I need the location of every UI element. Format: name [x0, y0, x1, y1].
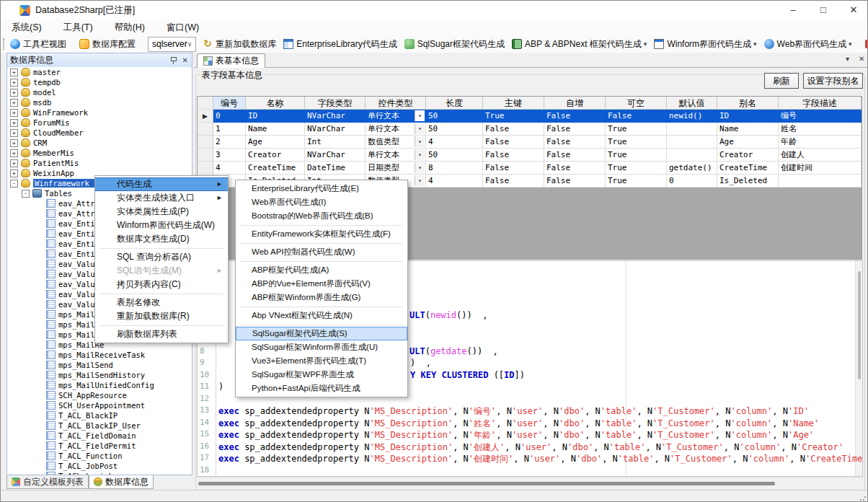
grid-cell[interactable]: [667, 149, 717, 162]
tree-table-item[interactable]: SCH_UserAppointment: [8, 400, 191, 410]
grid-cell[interactable]: 8: [426, 162, 483, 175]
context-menu-item[interactable]: 代码生成►: [95, 177, 228, 191]
grid-cell[interactable]: 创建时间: [779, 162, 862, 175]
grid-cell[interactable]: newid(): [667, 110, 717, 123]
editor-vertical-scrollbar[interactable]: [855, 261, 862, 476]
context-menu-item[interactable]: 实体类属性生成(P): [95, 205, 228, 219]
dropdown-arrow-icon[interactable]: ▾: [415, 123, 425, 134]
grid-cell[interactable]: False: [483, 162, 544, 175]
grid-cell[interactable]: 编号: [779, 110, 862, 123]
grid-cell[interactable]: False: [483, 123, 544, 136]
submenu-item[interactable]: Vue3+Element界面代码生成(T): [236, 354, 407, 368]
scrollbar-thumb[interactable]: [198, 482, 775, 485]
dropdown-arrow-icon[interactable]: ▾: [415, 136, 425, 147]
grid-cell[interactable]: 0: [213, 110, 246, 123]
submenu-item[interactable]: SqlSugar框架Winform界面生成(U): [236, 340, 407, 354]
expand-icon[interactable]: +: [10, 159, 18, 167]
scrollbar-thumb[interactable]: [858, 271, 861, 379]
grid-cell[interactable]: True: [606, 123, 667, 136]
grid-row-indicator[interactable]: ▶: [198, 110, 213, 123]
chevron-down-icon[interactable]: ▾: [846, 55, 849, 63]
grid-cell[interactable]: NVarChar: [305, 123, 366, 136]
grid-cell[interactable]: 4: [213, 162, 246, 175]
grid-cell[interactable]: [779, 175, 862, 188]
editor-horizontal-scrollbar[interactable]: [197, 477, 863, 489]
submenu-item[interactable]: Python+FastApi后端代码生成: [236, 382, 407, 395]
grid-cell[interactable]: Creator: [246, 149, 305, 162]
grid-column-header[interactable]: 主键: [483, 97, 544, 110]
grid-cell[interactable]: False: [544, 136, 606, 149]
grid-cell[interactable]: False: [544, 162, 606, 175]
grid-cell[interactable]: 50: [426, 149, 483, 162]
grid-cell[interactable]: True: [606, 136, 667, 149]
expand-icon[interactable]: +: [10, 69, 18, 76]
context-menu-item[interactable]: 表别名修改: [95, 296, 228, 309]
grid-cell[interactable]: 单行文本▾: [366, 110, 426, 123]
submenu-item[interactable]: ABP框架Winform界面生成(G): [236, 291, 407, 304]
panel-tab[interactable]: 自定义模板列表: [6, 475, 89, 489]
context-menu-item[interactable]: 数据库文档生成(D): [95, 232, 228, 246]
panel-tab[interactable]: 数据库信息: [89, 475, 154, 489]
menubar-item[interactable]: 工具(T): [53, 19, 104, 35]
grid-cell[interactable]: Name: [246, 123, 305, 136]
tree-table-item[interactable]: T_ACL_Function: [8, 451, 191, 461]
grid-cell[interactable]: False: [544, 149, 606, 162]
tree-table-item[interactable]: mps_MailUnifiedConfig: [8, 380, 191, 390]
grid-cell[interactable]: 单行文本▾: [366, 149, 426, 162]
grid-cell[interactable]: NVarChar: [305, 110, 366, 123]
submenu-item[interactable]: Bootstrap的Web界面代码生成(B): [236, 209, 407, 223]
submenu-item[interactable]: Abp VNext框架代码生成(N): [236, 309, 407, 322]
grid-cell[interactable]: 4: [426, 175, 483, 188]
tree-db-item[interactable]: +CloudMember: [8, 128, 191, 138]
context-menu-item[interactable]: 实体类生成快速入口►: [95, 191, 228, 205]
context-menu-item[interactable]: 拷贝列表内容(C): [95, 278, 228, 291]
submenu-item[interactable]: ABP框架代码生成(A): [236, 263, 407, 277]
grid-cell[interactable]: 创建人: [779, 149, 862, 162]
grid-cell[interactable]: Age: [246, 136, 305, 149]
toolbar-button[interactable]: EnterpriseLibrary代码生成: [280, 36, 400, 52]
tab-table-basic-info[interactable]: 表基本信息: [197, 53, 265, 68]
resize-grip[interactable]: [859, 494, 867, 501]
toolbar-button[interactable]: 重新加载数据库: [199, 36, 280, 52]
grid-column-header[interactable]: 可空: [606, 97, 667, 110]
submenu-item[interactable]: ABP的Vue+Element界面代码(V): [236, 277, 407, 291]
tree-table-item[interactable]: mps_MailSend: [8, 360, 191, 370]
grid-cell[interactable]: 日期类型▾: [366, 162, 426, 175]
grid-cell[interactable]: 2: [213, 136, 246, 149]
context-menu-item[interactable]: SQL语句生成(M)►: [95, 264, 228, 278]
grid-cell[interactable]: 3: [213, 149, 246, 162]
grid-cell[interactable]: Is_Deleted: [717, 175, 779, 188]
grid-cell[interactable]: DateTime: [305, 162, 366, 175]
expand-icon[interactable]: +: [10, 89, 18, 97]
grid-cell[interactable]: 50: [426, 123, 483, 136]
tree-db-item[interactable]: +PatientMis: [8, 158, 191, 168]
expand-icon[interactable]: +: [10, 109, 18, 117]
dropdown-arrow-icon[interactable]: ▾: [415, 162, 425, 173]
toolbar-button[interactable]: 退出: [862, 36, 868, 52]
expand-icon[interactable]: +: [10, 139, 18, 147]
grid-cell[interactable]: CreateTime: [717, 162, 779, 175]
submenu-item[interactable]: EntityFramework实体框架代码生成(F): [236, 227, 407, 241]
grid-cell[interactable]: 年龄: [779, 136, 862, 149]
grid-cell[interactable]: 4: [426, 136, 483, 149]
toolbar-button[interactable]: ABP & ABPNext 框架代码生成▾: [508, 36, 650, 52]
grid-column-header[interactable]: 自增: [544, 97, 606, 110]
expand-icon[interactable]: +: [10, 149, 18, 157]
grid-column-header[interactable]: 字段描述: [779, 97, 862, 110]
toolbar-button[interactable]: SqlSugar框架代码生成: [401, 36, 508, 52]
menubar-item[interactable]: 帮助(H): [104, 19, 156, 35]
grid-cell[interactable]: False: [544, 123, 606, 136]
grid-column-header[interactable]: 字段类型: [305, 97, 366, 110]
tree-table-item[interactable]: T_ACL_JobPost: [8, 461, 191, 471]
submenu-item[interactable]: SqlSugar框架WPF界面生成: [236, 368, 407, 382]
context-menu-item[interactable]: SQL 查询分析器(A): [95, 250, 228, 264]
context-menu-item[interactable]: 刷新数据库列表: [95, 327, 228, 341]
expand-icon[interactable]: +: [10, 129, 18, 137]
tree-db-item[interactable]: +tempdb: [8, 77, 191, 87]
grid-cell[interactable]: Age: [717, 136, 779, 149]
tree-table-item[interactable]: mps_MailSendHistory: [8, 370, 191, 380]
tree-table-item[interactable]: T_ACL_BlackIP_User: [8, 420, 191, 431]
grid-cell[interactable]: True: [606, 162, 667, 175]
grid-cell[interactable]: ID: [717, 110, 779, 123]
refresh-button[interactable]: 刷新: [764, 73, 799, 89]
